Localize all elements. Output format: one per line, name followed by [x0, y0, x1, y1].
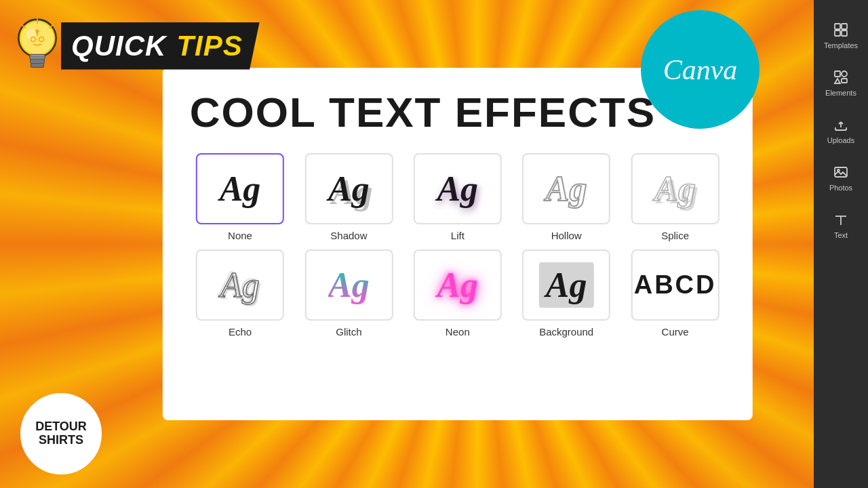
text-label: Text [834, 231, 848, 239]
svg-point-20 [842, 71, 847, 77]
ag-echo-text: Ag [220, 265, 260, 305]
card-title: COOL TEXT EFFECTS [190, 88, 726, 136]
effect-label-echo: Echo [229, 326, 252, 338]
effect-label-hollow: Hollow [551, 230, 582, 241]
effect-item-background: Ag Background [516, 249, 616, 338]
right-sidebar: Templates Elements Uploads [814, 0, 868, 488]
effect-box-neon[interactable]: Ag [414, 249, 502, 321]
lightbulb-icon [7, 14, 68, 78]
svg-rect-23 [835, 167, 847, 177]
canva-logo-text: Canva [663, 54, 738, 86]
ag-splice-text: Ag [654, 169, 696, 209]
sidebar-item-text[interactable]: Text [814, 203, 868, 247]
svg-point-14 [35, 29, 39, 33]
effect-label-glitch: Glitch [336, 326, 361, 338]
effect-box-lift[interactable]: Ag [414, 153, 502, 224]
effect-item-shadow: Ag Shadow [298, 153, 399, 241]
sidebar-item-uploads[interactable]: Uploads [814, 108, 868, 152]
svg-rect-6 [31, 59, 45, 63]
sidebar-item-elements[interactable]: Elements [814, 61, 868, 105]
banner-background: QUICK TIPS [61, 22, 260, 70]
effect-item-neon: Ag Neon [408, 249, 508, 338]
photos-label: Photos [829, 184, 852, 192]
effect-item-lift: Ag Lift [408, 153, 508, 241]
effect-item-none: Ag None [190, 153, 290, 241]
effect-label-shadow: Shadow [330, 230, 367, 241]
effect-box-echo[interactable]: Ag [196, 249, 284, 321]
effect-label-none: None [228, 230, 252, 241]
tips-label: TIPS [176, 30, 242, 62]
effect-box-none[interactable]: Ag [196, 153, 284, 224]
photos-icon [833, 164, 849, 180]
uploads-label: Uploads [827, 136, 854, 144]
ag-hollow-text: Ag [546, 169, 587, 209]
uploads-icon [833, 117, 849, 133]
elements-icon [833, 69, 849, 85]
content-card: COOL TEXT EFFECTS Ag None Ag Shadow Ag L… [163, 68, 753, 420]
effect-label-splice: Splice [661, 230, 689, 241]
text-icon [833, 211, 849, 228]
sidebar-item-photos[interactable]: Photos [814, 156, 868, 200]
ag-background-text: Ag [539, 262, 594, 308]
effect-box-curve[interactable]: ABCD [631, 249, 719, 321]
templates-icon [833, 22, 849, 38]
ag-lift-text: Ag [437, 169, 478, 209]
effect-item-echo: Ag Echo [190, 249, 290, 338]
effect-box-glitch[interactable]: Ag [304, 249, 393, 321]
detour-shirts-logo: Detour Shirts [20, 393, 102, 474]
effect-box-splice[interactable]: Ag [631, 153, 719, 224]
effect-item-hollow: Ag Hollow [516, 153, 616, 241]
svg-rect-18 [842, 30, 847, 36]
svg-marker-21 [835, 79, 840, 83]
svg-rect-16 [842, 24, 847, 29]
effect-label-background: Background [539, 326, 593, 338]
effect-label-neon: Neon [446, 326, 470, 338]
canva-logo-circle: Canva [641, 10, 760, 129]
templates-label: Templates [824, 41, 858, 49]
effect-item-glitch: Ag Glitch [298, 249, 399, 338]
effect-box-background[interactable]: Ag [522, 249, 610, 321]
quick-tips-banner: QUICK TIPS [7, 14, 260, 78]
quick-label: QUICK [71, 30, 166, 62]
detour-logo-text: Detour Shirts [35, 420, 87, 447]
sidebar-item-templates[interactable]: Templates [814, 14, 868, 58]
effect-item-splice: Ag Splice [625, 153, 725, 241]
ag-neon-text: Ag [437, 265, 478, 305]
effect-item-curve: ABCD Curve [625, 249, 725, 338]
svg-rect-7 [31, 63, 44, 67]
effect-box-shadow[interactable]: Ag [304, 153, 393, 224]
ag-curve-text: ABCD [634, 270, 717, 300]
svg-point-1 [21, 22, 54, 54]
ag-shadow-text: Ag [328, 169, 370, 209]
main-content: QUICK TIPS Canva Detour Shirts COOL TEXT… [0, 0, 868, 488]
effect-box-hollow[interactable]: Ag [522, 153, 610, 224]
svg-rect-17 [835, 30, 840, 36]
elements-label: Elements [825, 89, 856, 97]
ag-glitch-text: Ag [328, 265, 370, 305]
ag-none-text: Ag [220, 169, 261, 209]
svg-rect-15 [835, 24, 840, 29]
svg-rect-19 [835, 71, 840, 77]
effect-label-curve: Curve [662, 326, 689, 338]
effect-label-lift: Lift [451, 230, 465, 241]
svg-rect-22 [842, 79, 847, 83]
effects-grid: Ag None Ag Shadow Ag Lift Ag H [190, 153, 726, 338]
